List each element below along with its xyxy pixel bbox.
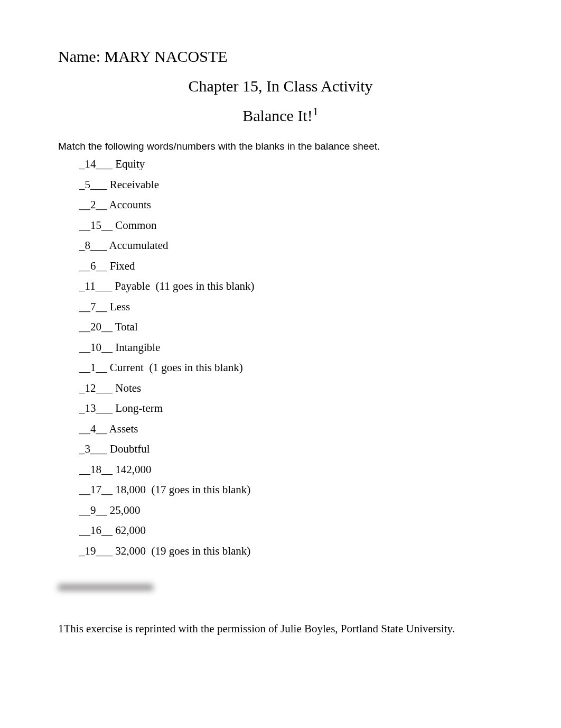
list-item: _13___ Long-term bbox=[79, 402, 503, 415]
instructions: Match the following words/numbers with t… bbox=[58, 141, 503, 152]
list-item: __17__ 18,000 (17 goes in this blank) bbox=[79, 483, 503, 496]
superscript: 1 bbox=[313, 105, 319, 118]
subtitle-text: Balance It! bbox=[242, 107, 312, 124]
items-list: _14___ Equity _5___ Receivable __2__ Acc… bbox=[58, 158, 503, 558]
list-item: _12___ Notes bbox=[79, 382, 503, 395]
list-item: __7__ Less bbox=[79, 300, 503, 314]
list-item: _5___ Receivable bbox=[79, 178, 503, 191]
list-item: _3___ Doubtful bbox=[79, 443, 503, 456]
list-item: _19___ 32,000 (19 goes in this blank) bbox=[79, 545, 503, 558]
list-item: __10__ Intangible bbox=[79, 341, 503, 354]
list-item: _11___ Payable (11 goes in this blank) bbox=[79, 280, 503, 293]
chapter-title: Chapter 15, In Class Activity bbox=[58, 77, 503, 95]
list-item: __9__ 25,000 bbox=[79, 504, 503, 517]
name-label: Name: bbox=[58, 48, 100, 65]
list-item: _8___ Accumulated bbox=[79, 239, 503, 252]
name-value: MARY NACOSTE bbox=[104, 48, 227, 65]
name-line: Name: MARY NACOSTE bbox=[58, 48, 503, 66]
list-item: __15__ Common bbox=[79, 219, 503, 232]
list-item: _14___ Equity bbox=[79, 158, 503, 171]
list-item: __16__ 62,000 bbox=[79, 524, 503, 537]
list-item: __1__ Current (1 goes in this blank) bbox=[79, 361, 503, 374]
list-item: __4__ Assets bbox=[79, 422, 503, 436]
list-item: __6__ Fixed bbox=[79, 260, 503, 273]
list-item: __20__ Total bbox=[79, 320, 503, 334]
list-item: __2__ Accounts bbox=[79, 198, 503, 211]
list-item: __18__ 142,000 bbox=[79, 463, 503, 476]
footnote: 1This exercise is reprinted with the per… bbox=[58, 622, 503, 635]
subtitle: Balance It!1 bbox=[58, 107, 503, 125]
blurred-region bbox=[58, 584, 153, 591]
